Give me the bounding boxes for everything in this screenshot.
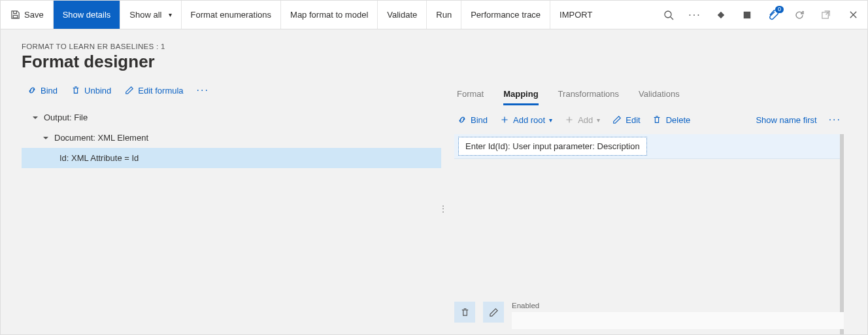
- plus-icon: [499, 115, 509, 125]
- show-details-label: Show details: [63, 10, 111, 20]
- caret-down-icon: [32, 115, 39, 121]
- search-icon: [663, 10, 674, 20]
- svg-rect-0: [13, 15, 18, 18]
- validate-button[interactable]: Validate: [378, 1, 427, 29]
- attachments-badge: 0: [775, 6, 784, 13]
- save-button[interactable]: Save: [1, 1, 54, 29]
- refresh-button[interactable]: [786, 1, 812, 29]
- office-icon: [743, 10, 752, 20]
- more-icon: ···: [688, 9, 701, 21]
- enabled-field: Enabled: [512, 302, 844, 329]
- link-icon: [27, 86, 37, 96]
- right-tabs: Format Mapping Transformations Validatio…: [454, 82, 844, 105]
- chevron-down-icon: ▾: [597, 116, 600, 124]
- delete-button[interactable]: Delete: [652, 115, 691, 125]
- column-resize-grip[interactable]: ⋮: [439, 204, 446, 213]
- save-label: Save: [24, 10, 44, 20]
- plus-icon: [564, 115, 574, 125]
- left-more-button[interactable]: ···: [197, 85, 209, 96]
- import-button[interactable]: IMPORT: [550, 1, 601, 29]
- more-button[interactable]: ···: [682, 1, 708, 29]
- right-more-button[interactable]: ···: [829, 115, 841, 125]
- bind-button[interactable]: Bind: [27, 86, 58, 96]
- main-area: FORMAT TO LEARN ER BASELINES : 1 Format …: [1, 29, 867, 334]
- map-format-label: Map format to model: [290, 10, 368, 20]
- import-label: IMPORT: [559, 10, 592, 20]
- tree-label: Id: XML Attribute = Id: [59, 153, 139, 163]
- caret-down-icon: [42, 135, 49, 141]
- breadcrumb: FORMAT TO LEARN ER BASELINES : 1: [22, 43, 846, 50]
- format-enumerations-button[interactable]: Format enumerations: [182, 1, 282, 29]
- pencil-icon: [124, 86, 134, 96]
- popout-button[interactable]: [812, 1, 839, 29]
- paperclip-icon: 0: [768, 10, 778, 20]
- pencil-icon: [489, 308, 499, 317]
- search-button[interactable]: [656, 1, 682, 29]
- run-label: Run: [436, 10, 452, 20]
- delete-label: Delete: [666, 115, 691, 125]
- svg-rect-2: [744, 11, 751, 18]
- format-enum-label: Format enumerations: [191, 10, 272, 20]
- save-icon: [10, 10, 20, 20]
- edit-button[interactable]: Edit: [612, 115, 640, 125]
- unbind-button[interactable]: Unbind: [71, 86, 111, 96]
- link-icon: [457, 115, 467, 125]
- enabled-label: Enabled: [512, 302, 844, 309]
- unbind-label: Unbind: [84, 86, 111, 96]
- edit-label: Edit: [626, 115, 640, 125]
- close-icon: [848, 10, 858, 20]
- show-all-label: Show all: [129, 10, 161, 20]
- close-button[interactable]: [839, 1, 867, 29]
- bottom-bar: Enabled: [454, 302, 844, 329]
- popout-icon: [821, 10, 831, 20]
- grid-apps-button[interactable]: [708, 1, 734, 29]
- trash-icon: [652, 115, 662, 125]
- tab-validations[interactable]: Validations: [639, 85, 680, 105]
- refresh-icon: [794, 10, 805, 20]
- validate-label: Validate: [387, 10, 417, 20]
- tab-transformations[interactable]: Transformations: [558, 85, 619, 105]
- bottom-edit-button[interactable]: [483, 302, 504, 323]
- add-button: Add ▾: [564, 115, 600, 125]
- svg-point-1: [665, 11, 671, 18]
- edit-formula-label: Edit formula: [138, 86, 183, 96]
- bottom-delete-button[interactable]: [454, 302, 475, 323]
- tree-row-document[interactable]: Document: XML Element: [22, 128, 441, 148]
- run-button[interactable]: Run: [427, 1, 461, 29]
- tree-row-id[interactable]: Id: XML Attribute = Id: [22, 148, 441, 168]
- tree-label: Document: XML Element: [54, 133, 148, 143]
- grid-icon: [716, 10, 726, 20]
- trash-icon: [71, 86, 80, 96]
- show-details-button[interactable]: Show details: [54, 1, 121, 29]
- perf-trace-label: Performance trace: [471, 10, 541, 20]
- trash-icon: [460, 308, 470, 317]
- right-panel: ⋮ Format Mapping Transformations Validat…: [441, 82, 867, 334]
- chevron-down-icon: ▾: [549, 116, 552, 124]
- add-root-label: Add root: [513, 115, 545, 125]
- attachments-button[interactable]: 0: [760, 1, 786, 29]
- edit-formula-button[interactable]: Edit formula: [124, 86, 183, 96]
- tab-mapping[interactable]: Mapping: [503, 85, 538, 105]
- map-format-button[interactable]: Map format to model: [281, 1, 378, 29]
- tree-row-output[interactable]: Output: File: [22, 107, 441, 128]
- show-all-button[interactable]: Show all ▾: [120, 1, 181, 29]
- show-name-first-button[interactable]: Show name first: [756, 115, 816, 125]
- page-title: Format designer: [22, 52, 846, 72]
- tree-label: Output: File: [44, 113, 88, 122]
- tab-format[interactable]: Format: [457, 85, 484, 105]
- pencil-icon: [612, 115, 622, 125]
- format-tree: Output: File Document: XML Element Id: X…: [22, 105, 441, 168]
- office-button[interactable]: [734, 1, 760, 29]
- mapping-bind-button[interactable]: Bind: [457, 115, 488, 125]
- enabled-input[interactable]: [512, 312, 844, 329]
- performance-trace-button[interactable]: Performance trace: [461, 1, 550, 29]
- right-toolbar: Bind Add root ▾ Add ▾: [454, 105, 844, 134]
- mapping-row[interactable]: Enter Id(Id): User input parameter: Desc…: [454, 134, 840, 159]
- bind-label: Bind: [41, 86, 58, 96]
- left-panel: Bind Unbind Edit formula ···: [1, 82, 441, 334]
- command-bar: Save Show details Show all ▾ Format enum…: [1, 1, 867, 29]
- add-root-button[interactable]: Add root ▾: [499, 115, 552, 125]
- chevron-down-icon: ▾: [169, 11, 172, 18]
- mapping-item-label: Enter Id(Id): User input parameter: Desc…: [458, 137, 647, 156]
- mapping-bind-label: Bind: [471, 115, 488, 125]
